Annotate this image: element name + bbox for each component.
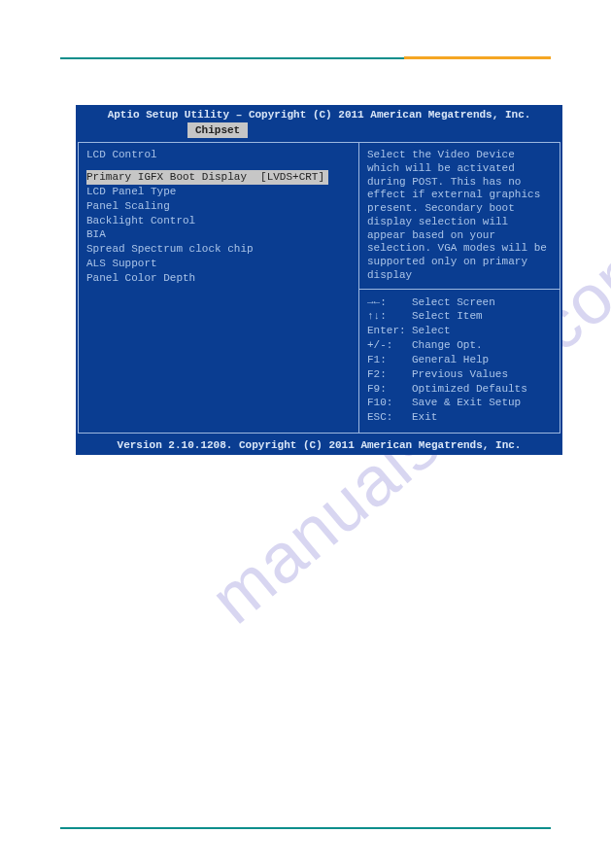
key-name: →←: xyxy=(367,295,412,310)
key-action: Change Opt. xyxy=(412,338,483,353)
tab-chipset[interactable]: Chipset xyxy=(187,122,248,138)
bios-item[interactable]: Backlight Control xyxy=(86,214,351,228)
bios-item[interactable]: BIA xyxy=(86,227,351,242)
key-action: Select xyxy=(412,324,451,338)
bios-tab-bar: Chipset xyxy=(76,122,562,140)
bios-item-primary-igfx[interactable]: Primary IGFX Boot Display[LVDS+CRT] xyxy=(86,170,328,185)
key-row: +/-:Change Opt. xyxy=(367,338,552,353)
key-action: Exit xyxy=(412,410,437,425)
key-row: F1:General Help xyxy=(367,353,552,367)
page-footer-rule xyxy=(60,827,551,829)
key-row: ESC:Exit xyxy=(367,410,552,425)
key-action: General Help xyxy=(412,353,489,367)
bios-help-text: Select the Video Device which will be ac… xyxy=(359,142,560,290)
key-action: Previous Values xyxy=(412,367,508,382)
bios-section-title: LCD Control xyxy=(86,149,351,160)
bios-footer: Version 2.10.1208. Copyright (C) 2011 Am… xyxy=(76,435,562,455)
bios-title: Aptio Setup Utility – Copyright (C) 2011… xyxy=(76,105,562,122)
page-header-rule xyxy=(60,56,551,60)
key-row: F10:Save & Exit Setup xyxy=(367,396,552,410)
key-action: Save & Exit Setup xyxy=(412,396,521,410)
key-row: →←:Select Screen xyxy=(367,295,552,310)
key-row: Enter:Select xyxy=(367,324,552,338)
key-name: F1: xyxy=(367,353,412,367)
key-action: Select Item xyxy=(412,309,483,324)
bios-item[interactable]: ALS Support xyxy=(86,257,351,271)
bios-item[interactable]: LCD Panel Type xyxy=(86,185,351,199)
key-name: +/-: xyxy=(367,338,412,353)
bios-item-label: Primary IGFX Boot Display xyxy=(86,171,247,183)
bios-right-panel: Select the Video Device which will be ac… xyxy=(359,142,560,434)
key-row: F2:Previous Values xyxy=(367,367,552,382)
bios-item[interactable]: Spread Spectrum clock chip xyxy=(86,242,351,257)
bios-left-panel: LCD Control Primary IGFX Boot Display[LV… xyxy=(78,142,359,434)
bios-key-help: →←:Select Screen ↑↓:Select Item Enter:Se… xyxy=(359,290,560,434)
key-row: ↑↓:Select Item xyxy=(367,309,552,324)
key-name: F2: xyxy=(367,367,412,382)
key-action: Select Screen xyxy=(412,295,495,310)
bios-window: Aptio Setup Utility – Copyright (C) 2011… xyxy=(76,105,562,455)
key-name: Enter: xyxy=(367,324,412,338)
header-teal-line xyxy=(60,57,404,59)
key-name: F9: xyxy=(367,382,412,397)
header-orange-line xyxy=(404,56,552,59)
bios-item[interactable]: Panel Color Depth xyxy=(86,271,351,286)
key-row: F9:Optimized Defaults xyxy=(367,382,552,397)
key-name: ESC: xyxy=(367,410,412,425)
bios-body: LCD Control Primary IGFX Boot Display[LV… xyxy=(76,140,562,435)
key-action: Optimized Defaults xyxy=(412,382,527,397)
key-name: F10: xyxy=(367,396,412,410)
bios-item[interactable]: Panel Scaling xyxy=(86,199,351,214)
bios-item-value: [LVDS+CRT] xyxy=(260,171,324,183)
key-name: ↑↓: xyxy=(367,309,412,324)
